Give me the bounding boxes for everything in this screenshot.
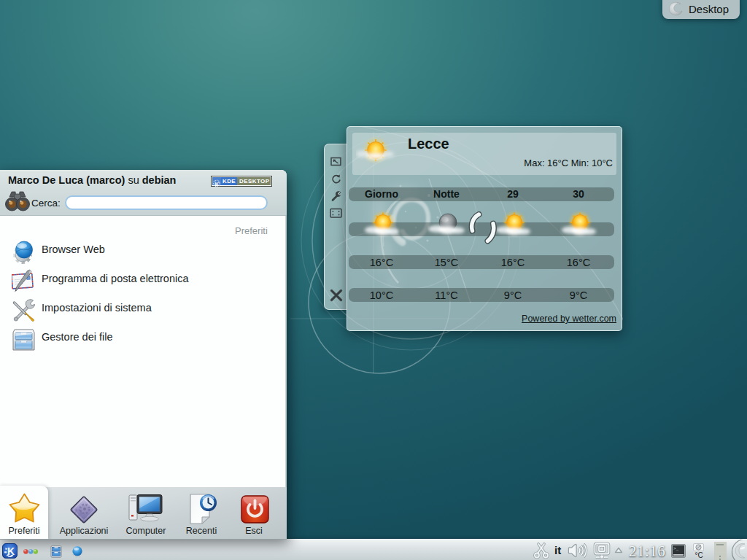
svg-text:>_: >_ xyxy=(673,546,679,551)
svg-text:K: K xyxy=(214,180,219,187)
svg-text:°C: °C xyxy=(695,551,703,559)
svg-text:K: K xyxy=(7,545,15,557)
